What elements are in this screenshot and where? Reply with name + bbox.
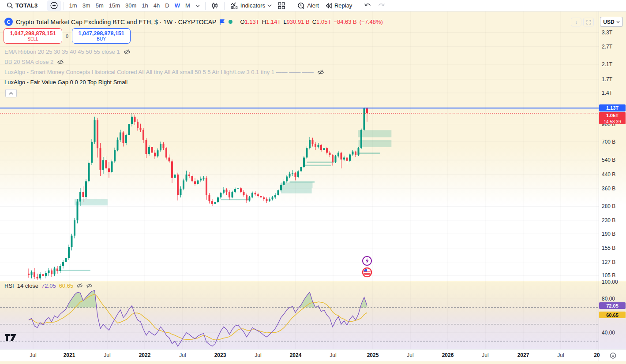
replay-button[interactable]: Replay — [322, 0, 355, 11]
price-tick: 440 B — [602, 171, 615, 178]
redo-button[interactable] — [375, 0, 388, 11]
chevron-down-icon — [195, 4, 200, 7]
fvg-line — [290, 182, 315, 183]
fvg-box — [358, 130, 391, 137]
price-tick: 230 B — [602, 217, 615, 223]
price-tick: 360 B — [602, 186, 615, 192]
time-tick-20: 20 — [594, 352, 600, 358]
indicator-row-1[interactable]: BB 20 SMA close 2 — [4, 57, 324, 67]
realtime-status-dot — [229, 20, 232, 24]
timeframe-M[interactable]: M — [183, 1, 193, 11]
chevron-down-icon — [267, 4, 272, 7]
alert-button[interactable]: Alert — [294, 0, 322, 11]
timeframe-4h[interactable]: 4h — [151, 1, 162, 11]
grid-layout-icon — [278, 2, 285, 9]
price-axis[interactable]: 3.3T2.7T2.1T1.7T1.4T900 B700 B540 B440 B… — [599, 11, 626, 349]
time-tick-Jul: Jul — [482, 352, 488, 358]
fvg-line — [304, 165, 331, 166]
indicators-label: Indicators — [240, 2, 265, 9]
time-axis-settings-button[interactable] — [609, 352, 617, 361]
time-tick-2027: 2027 — [517, 352, 529, 358]
alert-label: Alert — [307, 2, 319, 9]
price-tick: 700 B — [602, 139, 615, 145]
fvg-box — [281, 182, 313, 188]
sell-price: 1,047,298,878,151 — [10, 30, 56, 37]
time-tick-Jul: Jul — [179, 352, 186, 358]
timeframe-3m[interactable]: 3m — [80, 1, 93, 11]
toolbar-separator — [291, 2, 291, 10]
rsi-tick: 80.00 — [602, 296, 615, 302]
fvg-line — [307, 162, 334, 163]
timeframe-5m[interactable]: 5m — [93, 1, 106, 11]
indicator-legend-list: EMA Ribbon 20 25 30 35 40 45 50 55 close… — [4, 47, 324, 87]
fvg-line — [58, 270, 90, 271]
main-series-legend[interactable]: C Crypto Total Market Cap Excluding BTC … — [4, 18, 383, 26]
layout-grid-button[interactable] — [275, 0, 288, 11]
eye-hidden-icon[interactable] — [57, 59, 64, 65]
chevron-up-icon — [9, 92, 13, 95]
gear-icon — [609, 352, 617, 360]
fvg-box — [281, 188, 312, 193]
download-button[interactable]: ↓ — [571, 18, 581, 26]
eye-hidden-icon[interactable] — [86, 283, 93, 289]
timeframe-15m[interactable]: 15m — [106, 1, 123, 11]
symbol-name: TOTAL3 — [15, 2, 38, 9]
top-toolbar: TOTAL3 1m3m5m15m30m1h4hDWM Indicators — [0, 0, 626, 11]
indicator-row-3[interactable]: LuxAlgo - Fair Value Gap 0 0 20 Top Righ… — [4, 77, 324, 87]
timeframe-30m[interactable]: 30m — [123, 1, 139, 11]
time-tick-Jul: Jul — [557, 352, 564, 358]
timeframe-W[interactable]: W — [172, 1, 183, 11]
compare-add-button[interactable] — [47, 0, 61, 11]
price-tick: 280 B — [602, 203, 615, 209]
time-tick-2022: 2022 — [139, 352, 151, 358]
plus-circle-icon — [50, 2, 58, 9]
toolbar-separator — [64, 2, 64, 10]
timeframe-1h[interactable]: 1h — [139, 1, 150, 11]
price-tick: 190 B — [602, 231, 615, 237]
eye-hidden-icon[interactable] — [124, 49, 131, 55]
flag-icon[interactable] — [219, 19, 225, 25]
expand-icon — [586, 20, 591, 25]
pane-separator[interactable] — [0, 281, 626, 281]
timeframe-more-button[interactable] — [193, 1, 202, 11]
toolbar-separator — [224, 2, 225, 10]
replay-label: Replay — [334, 2, 352, 9]
eye-hidden-icon[interactable] — [317, 69, 324, 75]
alert-clock-icon — [297, 2, 305, 10]
currency-select[interactable]: USD — [600, 17, 623, 27]
rsi-ma-value-label: 60.65 — [599, 312, 626, 318]
time-tick-2023: 2023 — [214, 352, 226, 358]
fvg-line — [359, 152, 380, 154]
tradingview-logo[interactable] — [4, 332, 19, 344]
eye-hidden-icon[interactable] — [76, 283, 83, 289]
event-marker-economic[interactable] — [363, 268, 371, 277]
maximize-pane-button[interactable] — [583, 18, 594, 26]
indicator-row-0[interactable]: EMA Ribbon 20 25 30 35 40 45 50 55 close… — [4, 47, 324, 57]
spread-value: 0 — [66, 33, 68, 39]
rsi-name: RSI — [4, 282, 14, 289]
legend-collapse-button[interactable] — [5, 89, 17, 97]
indicators-icon — [230, 2, 238, 9]
rsi-tick: 100.00 — [602, 279, 618, 285]
chart-title: Crypto Total Market Cap Excluding BTC an… — [16, 19, 216, 26]
sell-button[interactable]: 1,047,298,878,151 SELL — [4, 28, 62, 44]
indicator-row-2[interactable]: LuxAlgo - Smart Money Concepts Historica… — [4, 67, 324, 77]
buy-button[interactable]: 1,047,298,878,151 BUY — [72, 28, 131, 44]
price-tick: 105 B — [602, 272, 615, 279]
timeframe-D[interactable]: D — [162, 1, 172, 11]
chart-style-button[interactable] — [208, 0, 221, 11]
price-tick: 540 B — [602, 157, 615, 163]
indicator-label: LuxAlgo - Fair Value Gap 0 0 20 Top Righ… — [4, 79, 127, 85]
timeframe-1m[interactable]: 1m — [67, 1, 80, 11]
rsi-legend[interactable]: RSI 14 close 72.05 60.65 — [4, 282, 93, 289]
indicators-button[interactable]: Indicators — [227, 0, 275, 11]
trade-panel: 1,047,298,878,151 SELL 0 1,047,298,878,1… — [4, 28, 131, 44]
time-tick-2026: 2026 — [442, 352, 454, 358]
time-tick-Jul: Jul — [30, 352, 36, 358]
event-marker-lightning[interactable] — [363, 256, 371, 265]
time-axis[interactable]: Jul2021Jul2022Jul2023Jul2024Jul2025Jul20… — [0, 349, 599, 361]
undo-button[interactable] — [361, 0, 375, 11]
symbol-search-button[interactable]: TOTAL3 — [4, 0, 41, 11]
change-percent: (−7.48%) — [360, 19, 383, 25]
candlestick-icon — [211, 2, 218, 9]
